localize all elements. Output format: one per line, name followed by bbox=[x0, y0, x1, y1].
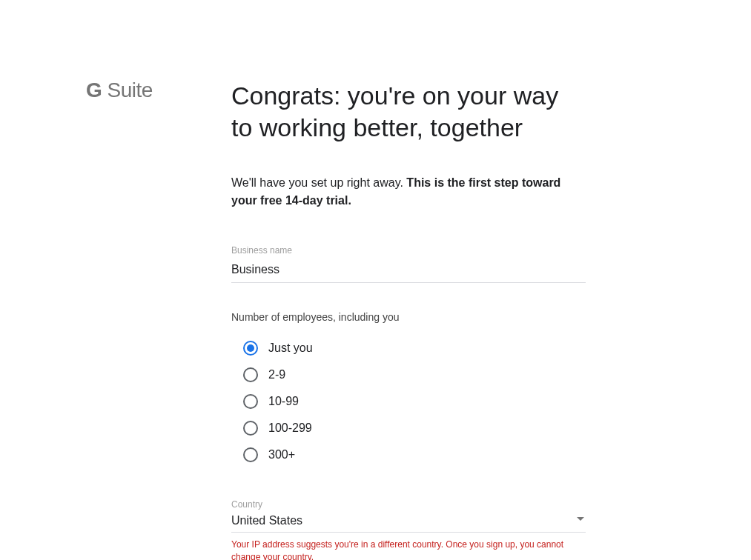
radio-label: 2-9 bbox=[268, 368, 285, 381]
radio-icon bbox=[243, 367, 258, 382]
logo-g: G bbox=[86, 79, 102, 101]
business-name-label: Business name bbox=[231, 245, 586, 256]
radio-label: 300+ bbox=[268, 448, 295, 461]
radio-icon bbox=[243, 421, 258, 436]
intro-text: We'll have you set up right away. This i… bbox=[231, 174, 586, 210]
intro-plain: We'll have you set up right away. bbox=[231, 176, 406, 189]
country-warning: Your IP address suggests you're in a dif… bbox=[231, 539, 586, 560]
radio-2-9[interactable]: 2-9 bbox=[243, 367, 586, 382]
gsuite-logo: G Suite bbox=[86, 80, 231, 101]
radio-10-99[interactable]: 10-99 bbox=[243, 394, 586, 409]
radio-300-plus[interactable]: 300+ bbox=[243, 447, 586, 462]
country-select[interactable]: United States bbox=[231, 514, 586, 533]
radio-100-299[interactable]: 100-299 bbox=[243, 421, 586, 436]
radio-icon bbox=[243, 394, 258, 409]
chevron-down-icon bbox=[577, 517, 584, 521]
radio-icon bbox=[243, 341, 258, 356]
page-title: Congrats: you're on your way to working … bbox=[231, 80, 586, 143]
employees-radio-group: Just you 2-9 10-99 100-299 300+ bbox=[231, 341, 586, 462]
business-name-field: Business name bbox=[231, 245, 586, 283]
business-name-input[interactable] bbox=[231, 260, 586, 283]
employees-label: Number of employees, including you bbox=[231, 311, 586, 323]
radio-icon bbox=[243, 447, 258, 462]
radio-just-you[interactable]: Just you bbox=[243, 341, 586, 356]
radio-label: Just you bbox=[268, 341, 313, 355]
country-value: United States bbox=[231, 514, 586, 527]
radio-label: 100-299 bbox=[268, 421, 312, 435]
logo-suite: Suite bbox=[102, 79, 153, 101]
country-label: Country bbox=[231, 499, 586, 510]
radio-label: 10-99 bbox=[268, 395, 299, 408]
